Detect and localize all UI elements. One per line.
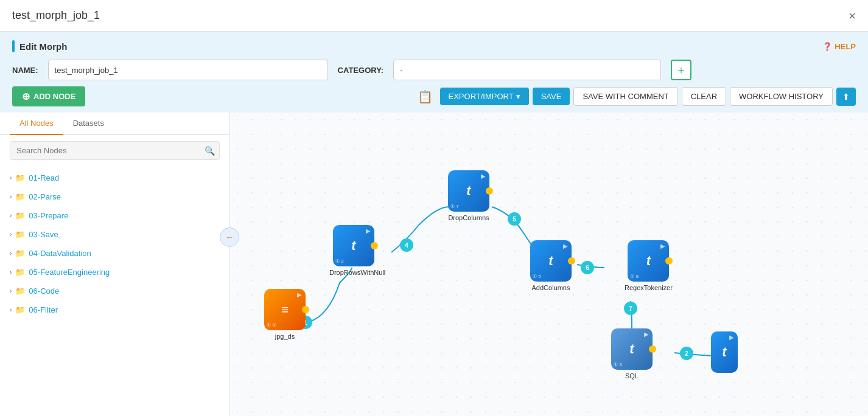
sidebar: All Nodes Datasets 🔍 › 📁 01-Read › 📁 — [0, 113, 230, 416]
tree-item-04-datavalidation[interactable]: › 📁 04-DataValidation — [0, 244, 229, 263]
node-sql[interactable]: ▶ t ① 3 SQL — [611, 328, 653, 380]
tree-item-01-read[interactable]: › 📁 01-Read — [0, 168, 229, 187]
tree-item-label: 06-Filter — [29, 305, 58, 314]
node-play-icon: ▶ — [481, 173, 486, 179]
node-jpg-ds[interactable]: ▶ ≡ ① ① jpg_ds — [264, 289, 306, 341]
window-title: test_morph_job_1 — [12, 9, 100, 22]
chevron-icon: › — [10, 269, 12, 276]
chevron-icon: › — [10, 231, 12, 238]
svg-point-2 — [400, 238, 413, 252]
category-input[interactable] — [393, 60, 661, 80]
close-button[interactable]: × — [849, 10, 856, 22]
node-label-drop-rows: DropRowsWithNull — [329, 269, 378, 277]
node-drop-columns[interactable]: ▶ t ① 7 DropColumns — [448, 170, 489, 222]
node-add-columns[interactable]: ▶ t ① 5 AddColumns — [530, 240, 572, 292]
node-badge: ① 7 — [450, 204, 459, 209]
help-link[interactable]: ❓ HELP — [822, 42, 856, 51]
workflow-history-button[interactable]: WORKFLOW HISTORY — [730, 87, 833, 106]
node-label-drop-columns: DropColumns — [448, 214, 489, 222]
folder-icon: 📁 — [15, 173, 25, 182]
workflow-history-label: WORKFLOW HISTORY — [739, 92, 824, 101]
main-content: All Nodes Datasets 🔍 › 📁 01-Read › 📁 — [0, 113, 868, 416]
svg-point-6 — [581, 261, 594, 274]
search-wrapper: 🔍 — [10, 141, 220, 160]
export-chevron-icon: ▾ — [516, 92, 520, 101]
workflow-canvas[interactable]: 1 4 5 6 7 2 ▶ ≡ — [230, 113, 868, 416]
tree-item-label: 03-Save — [29, 230, 58, 239]
save-button[interactable]: SAVE — [533, 88, 570, 105]
node-drop-rows[interactable]: ▶ t ① 2 DropRowsWithNull — [329, 225, 378, 277]
tab-all-nodes[interactable]: All Nodes — [10, 113, 63, 135]
tree-item-05-featureengineering[interactable]: › 📁 05-FeatureEngineering — [0, 263, 229, 282]
sidebar-collapse-button[interactable]: ← — [220, 227, 239, 247]
save-label: SAVE — [541, 92, 562, 101]
svg-point-4 — [508, 212, 521, 226]
name-input[interactable] — [48, 60, 328, 80]
clipboard-button[interactable]: 📋 — [414, 87, 436, 106]
tree-item-03-save[interactable]: › 📁 03-Save — [0, 225, 229, 244]
node-right-connector[interactable] — [302, 306, 309, 313]
search-button[interactable]: 🔍 — [205, 146, 215, 156]
node-right-connector[interactable] — [371, 242, 378, 249]
node-right-connector[interactable] — [486, 187, 493, 195]
svg-text:4: 4 — [405, 242, 408, 249]
search-input[interactable] — [10, 141, 220, 160]
save-with-comment-button[interactable]: SAVE WITH COMMENT — [573, 87, 677, 106]
upload-button[interactable]: ⬆ — [836, 88, 856, 106]
node-right-connector[interactable] — [568, 257, 575, 265]
export-import-button[interactable]: EXPORT/IMPORT ▾ — [440, 88, 529, 105]
add-category-button[interactable]: ＋ — [671, 60, 691, 80]
node-badge: ① ① — [267, 322, 276, 328]
node-play-icon: ▶ — [644, 331, 649, 338]
tab-all-nodes-label: All Nodes — [19, 119, 54, 128]
sidebar-tabs: All Nodes Datasets — [0, 113, 229, 135]
name-label: NAME: — [12, 66, 38, 75]
svg-text:2: 2 — [685, 350, 688, 357]
add-node-label: ADD NODE — [33, 92, 75, 101]
svg-text:6: 6 — [586, 265, 589, 271]
clear-button[interactable]: CLEAR — [682, 87, 726, 106]
tree-item-label: 06-Code — [29, 286, 59, 296]
clear-label: CLEAR — [691, 92, 717, 101]
folder-icon: 📁 — [15, 230, 25, 239]
folder-icon: 📁 — [15, 249, 25, 258]
tab-datasets-label: Datasets — [73, 119, 104, 128]
node-badge: ① 3 — [614, 362, 622, 367]
category-label: CATEGORY: — [338, 66, 384, 75]
upload-icon: ⬆ — [842, 92, 850, 102]
folder-icon: 📁 — [15, 286, 25, 296]
svg-point-10 — [680, 347, 693, 360]
node-right-connector[interactable] — [649, 345, 656, 353]
folder-icon: 📁 — [15, 268, 25, 277]
node-partial[interactable]: ▶ t — [711, 331, 738, 373]
folder-icon: 📁 — [15, 305, 25, 314]
tree-item-02-parse[interactable]: › 📁 02-Parse — [0, 187, 229, 206]
node-label-regex-tokenizer: RegexTokenizer — [625, 284, 673, 292]
section-title: Edit Morph — [19, 41, 67, 52]
edit-morph-header: Edit Morph ❓ HELP — [12, 40, 856, 52]
node-transform-icon: t — [466, 183, 471, 199]
node-label-jpg-ds: jpg_ds — [275, 333, 295, 341]
node-transform-icon: t — [722, 344, 726, 360]
tree-item-06-code[interactable]: › 📁 06-Code — [0, 282, 229, 300]
svg-text:5: 5 — [513, 216, 516, 223]
node-transform-icon: t — [646, 253, 651, 269]
tree-item-03-prepare[interactable]: › 📁 03-Prepare — [0, 206, 229, 225]
node-play-icon: ▶ — [729, 334, 734, 341]
node-regex-tokenizer[interactable]: ▶ t ① 8 RegexTokenizer — [625, 240, 673, 292]
export-label: EXPORT/IMPORT — [449, 92, 514, 101]
form-row-name: NAME: CATEGORY: ＋ — [12, 60, 856, 80]
tab-datasets[interactable]: Datasets — [63, 113, 114, 135]
chevron-icon: › — [10, 288, 12, 294]
node-play-icon: ▶ — [660, 243, 665, 249]
help-label: HELP — [835, 42, 856, 51]
help-icon: ❓ — [822, 42, 832, 51]
node-right-connector[interactable] — [665, 257, 673, 265]
add-node-button[interactable]: ⊕ ADD NODE — [12, 86, 85, 106]
node-label-sql: SQL — [625, 372, 639, 380]
node-badge: ① 5 — [533, 274, 541, 279]
tree-item-06-filter[interactable]: › 📁 06-Filter — [0, 300, 229, 319]
add-node-plus-icon: ⊕ — [22, 91, 30, 102]
sidebar-search: 🔍 — [0, 135, 229, 166]
tree-item-label: 01-Read — [29, 173, 59, 182]
